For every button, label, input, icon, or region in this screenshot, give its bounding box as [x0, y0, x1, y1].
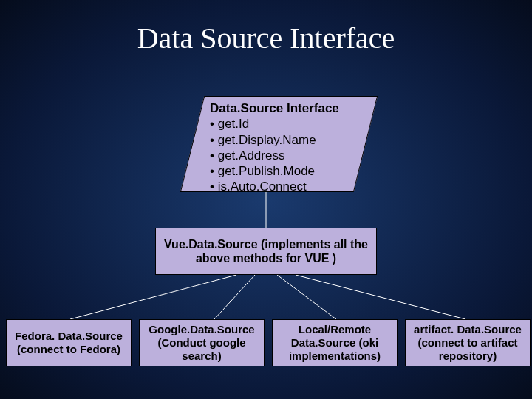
svg-line-1 — [70, 275, 236, 319]
interface-method: • get.Display.Name — [210, 132, 339, 148]
interface-method: • get.Id — [210, 116, 339, 132]
slide-title: Data Source Interface — [0, 0, 532, 55]
google-datasource-box: Google.Data.Source (Conduct google searc… — [139, 319, 265, 366]
interface-method: • get.Address — [210, 148, 339, 163]
svg-line-4 — [296, 275, 466, 319]
leaf-row: Fedora. Data.Source (connect to Fedora) … — [6, 319, 531, 366]
interface-method: • is.Auto.Connect — [210, 179, 339, 194]
interface-box: Data.Source Interface • get.Id • get.Dis… — [192, 96, 366, 192]
interface-header: Data.Source Interface — [210, 100, 339, 116]
fedora-datasource-box: Fedora. Data.Source (connect to Fedora) — [6, 319, 132, 366]
svg-line-3 — [277, 275, 336, 319]
svg-line-2 — [214, 275, 255, 319]
vue-datasource-box: Vue.Data.Source (implements all the abov… — [155, 228, 377, 275]
interface-method: • get.Publish.Mode — [210, 163, 339, 179]
local-remote-datasource-box: Local/Remote Data.Source (oki implementa… — [272, 319, 398, 366]
interface-content: Data.Source Interface • get.Id • get.Dis… — [210, 100, 339, 195]
artifact-datasource-box: artifact. Data.Source (connect to artifa… — [405, 319, 531, 366]
